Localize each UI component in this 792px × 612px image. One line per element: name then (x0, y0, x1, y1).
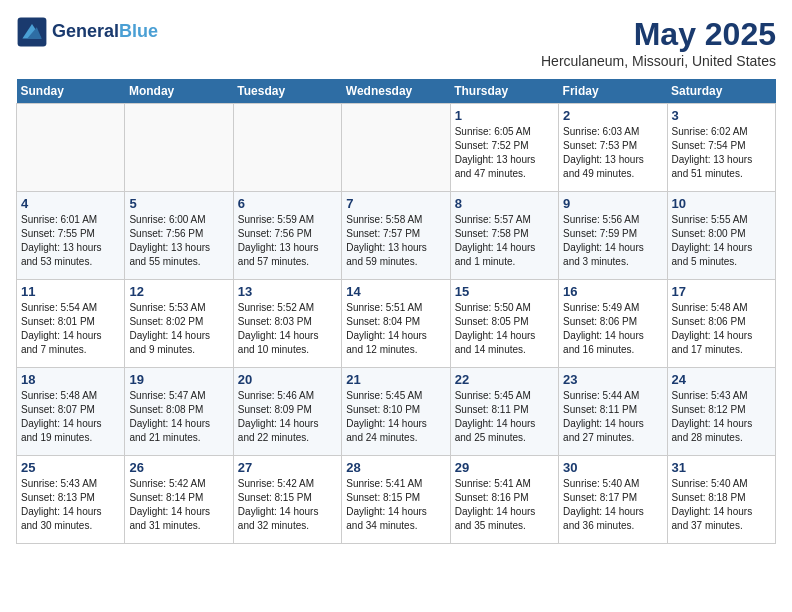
calendar-cell: 30Sunrise: 5:40 AM Sunset: 8:17 PM Dayli… (559, 456, 667, 544)
day-info: Sunrise: 5:42 AM Sunset: 8:14 PM Dayligh… (129, 477, 228, 533)
calendar-cell: 3Sunrise: 6:02 AM Sunset: 7:54 PM Daylig… (667, 104, 775, 192)
col-header-thursday: Thursday (450, 79, 558, 104)
day-info: Sunrise: 5:44 AM Sunset: 8:11 PM Dayligh… (563, 389, 662, 445)
month-title: May 2025 (541, 16, 776, 53)
calendar-cell: 8Sunrise: 5:57 AM Sunset: 7:58 PM Daylig… (450, 192, 558, 280)
day-info: Sunrise: 5:58 AM Sunset: 7:57 PM Dayligh… (346, 213, 445, 269)
calendar-cell: 24Sunrise: 5:43 AM Sunset: 8:12 PM Dayli… (667, 368, 775, 456)
calendar-cell (17, 104, 125, 192)
calendar-week-5: 25Sunrise: 5:43 AM Sunset: 8:13 PM Dayli… (17, 456, 776, 544)
day-number: 1 (455, 108, 554, 123)
calendar-cell: 1Sunrise: 6:05 AM Sunset: 7:52 PM Daylig… (450, 104, 558, 192)
day-info: Sunrise: 5:52 AM Sunset: 8:03 PM Dayligh… (238, 301, 337, 357)
calendar-week-1: 1Sunrise: 6:05 AM Sunset: 7:52 PM Daylig… (17, 104, 776, 192)
day-number: 15 (455, 284, 554, 299)
calendar-cell (233, 104, 341, 192)
day-number: 29 (455, 460, 554, 475)
day-info: Sunrise: 5:51 AM Sunset: 8:04 PM Dayligh… (346, 301, 445, 357)
logo-text: GeneralBlue (52, 22, 158, 42)
calendar-week-3: 11Sunrise: 5:54 AM Sunset: 8:01 PM Dayli… (17, 280, 776, 368)
day-number: 11 (21, 284, 120, 299)
day-info: Sunrise: 5:45 AM Sunset: 8:10 PM Dayligh… (346, 389, 445, 445)
day-info: Sunrise: 5:46 AM Sunset: 8:09 PM Dayligh… (238, 389, 337, 445)
col-header-wednesday: Wednesday (342, 79, 450, 104)
day-info: Sunrise: 5:41 AM Sunset: 8:15 PM Dayligh… (346, 477, 445, 533)
page-header: GeneralBlue May 2025 Herculaneum, Missou… (16, 16, 776, 69)
calendar-cell (342, 104, 450, 192)
day-number: 28 (346, 460, 445, 475)
day-number: 2 (563, 108, 662, 123)
day-number: 26 (129, 460, 228, 475)
day-number: 19 (129, 372, 228, 387)
day-number: 27 (238, 460, 337, 475)
calendar-week-2: 4Sunrise: 6:01 AM Sunset: 7:55 PM Daylig… (17, 192, 776, 280)
calendar-cell: 17Sunrise: 5:48 AM Sunset: 8:06 PM Dayli… (667, 280, 775, 368)
day-info: Sunrise: 6:05 AM Sunset: 7:52 PM Dayligh… (455, 125, 554, 181)
day-info: Sunrise: 5:55 AM Sunset: 8:00 PM Dayligh… (672, 213, 771, 269)
calendar-cell: 5Sunrise: 6:00 AM Sunset: 7:56 PM Daylig… (125, 192, 233, 280)
day-number: 12 (129, 284, 228, 299)
calendar-cell: 6Sunrise: 5:59 AM Sunset: 7:56 PM Daylig… (233, 192, 341, 280)
calendar-cell: 31Sunrise: 5:40 AM Sunset: 8:18 PM Dayli… (667, 456, 775, 544)
col-header-friday: Friday (559, 79, 667, 104)
day-number: 30 (563, 460, 662, 475)
col-header-monday: Monday (125, 79, 233, 104)
day-number: 4 (21, 196, 120, 211)
day-number: 24 (672, 372, 771, 387)
calendar-cell: 19Sunrise: 5:47 AM Sunset: 8:08 PM Dayli… (125, 368, 233, 456)
day-number: 23 (563, 372, 662, 387)
day-info: Sunrise: 5:40 AM Sunset: 8:18 PM Dayligh… (672, 477, 771, 533)
calendar-cell: 7Sunrise: 5:58 AM Sunset: 7:57 PM Daylig… (342, 192, 450, 280)
day-number: 25 (21, 460, 120, 475)
calendar-cell (125, 104, 233, 192)
day-number: 10 (672, 196, 771, 211)
day-info: Sunrise: 6:02 AM Sunset: 7:54 PM Dayligh… (672, 125, 771, 181)
day-number: 13 (238, 284, 337, 299)
day-info: Sunrise: 5:42 AM Sunset: 8:15 PM Dayligh… (238, 477, 337, 533)
day-info: Sunrise: 5:48 AM Sunset: 8:06 PM Dayligh… (672, 301, 771, 357)
day-info: Sunrise: 5:56 AM Sunset: 7:59 PM Dayligh… (563, 213, 662, 269)
day-number: 20 (238, 372, 337, 387)
day-number: 31 (672, 460, 771, 475)
day-info: Sunrise: 6:03 AM Sunset: 7:53 PM Dayligh… (563, 125, 662, 181)
calendar-cell: 22Sunrise: 5:45 AM Sunset: 8:11 PM Dayli… (450, 368, 558, 456)
day-info: Sunrise: 6:00 AM Sunset: 7:56 PM Dayligh… (129, 213, 228, 269)
day-number: 3 (672, 108, 771, 123)
calendar-cell: 11Sunrise: 5:54 AM Sunset: 8:01 PM Dayli… (17, 280, 125, 368)
calendar-cell: 13Sunrise: 5:52 AM Sunset: 8:03 PM Dayli… (233, 280, 341, 368)
day-info: Sunrise: 6:01 AM Sunset: 7:55 PM Dayligh… (21, 213, 120, 269)
calendar-cell: 26Sunrise: 5:42 AM Sunset: 8:14 PM Dayli… (125, 456, 233, 544)
day-info: Sunrise: 5:41 AM Sunset: 8:16 PM Dayligh… (455, 477, 554, 533)
calendar-cell: 25Sunrise: 5:43 AM Sunset: 8:13 PM Dayli… (17, 456, 125, 544)
day-number: 14 (346, 284, 445, 299)
day-number: 18 (21, 372, 120, 387)
day-info: Sunrise: 5:59 AM Sunset: 7:56 PM Dayligh… (238, 213, 337, 269)
day-number: 7 (346, 196, 445, 211)
day-info: Sunrise: 5:40 AM Sunset: 8:17 PM Dayligh… (563, 477, 662, 533)
day-number: 16 (563, 284, 662, 299)
day-info: Sunrise: 5:50 AM Sunset: 8:05 PM Dayligh… (455, 301, 554, 357)
col-header-sunday: Sunday (17, 79, 125, 104)
calendar-week-4: 18Sunrise: 5:48 AM Sunset: 8:07 PM Dayli… (17, 368, 776, 456)
day-info: Sunrise: 5:47 AM Sunset: 8:08 PM Dayligh… (129, 389, 228, 445)
calendar-cell: 28Sunrise: 5:41 AM Sunset: 8:15 PM Dayli… (342, 456, 450, 544)
day-info: Sunrise: 5:49 AM Sunset: 8:06 PM Dayligh… (563, 301, 662, 357)
day-number: 17 (672, 284, 771, 299)
day-number: 8 (455, 196, 554, 211)
day-info: Sunrise: 5:43 AM Sunset: 8:13 PM Dayligh… (21, 477, 120, 533)
day-info: Sunrise: 5:53 AM Sunset: 8:02 PM Dayligh… (129, 301, 228, 357)
calendar-cell: 4Sunrise: 6:01 AM Sunset: 7:55 PM Daylig… (17, 192, 125, 280)
calendar-cell: 20Sunrise: 5:46 AM Sunset: 8:09 PM Dayli… (233, 368, 341, 456)
day-info: Sunrise: 5:57 AM Sunset: 7:58 PM Dayligh… (455, 213, 554, 269)
calendar-cell: 23Sunrise: 5:44 AM Sunset: 8:11 PM Dayli… (559, 368, 667, 456)
calendar-cell: 2Sunrise: 6:03 AM Sunset: 7:53 PM Daylig… (559, 104, 667, 192)
day-info: Sunrise: 5:54 AM Sunset: 8:01 PM Dayligh… (21, 301, 120, 357)
day-info: Sunrise: 5:45 AM Sunset: 8:11 PM Dayligh… (455, 389, 554, 445)
calendar-cell: 10Sunrise: 5:55 AM Sunset: 8:00 PM Dayli… (667, 192, 775, 280)
calendar-table: SundayMondayTuesdayWednesdayThursdayFrid… (16, 79, 776, 544)
title-section: May 2025 Herculaneum, Missouri, United S… (541, 16, 776, 69)
calendar-cell: 27Sunrise: 5:42 AM Sunset: 8:15 PM Dayli… (233, 456, 341, 544)
day-info: Sunrise: 5:43 AM Sunset: 8:12 PM Dayligh… (672, 389, 771, 445)
calendar-header-row: SundayMondayTuesdayWednesdayThursdayFrid… (17, 79, 776, 104)
calendar-cell: 12Sunrise: 5:53 AM Sunset: 8:02 PM Dayli… (125, 280, 233, 368)
